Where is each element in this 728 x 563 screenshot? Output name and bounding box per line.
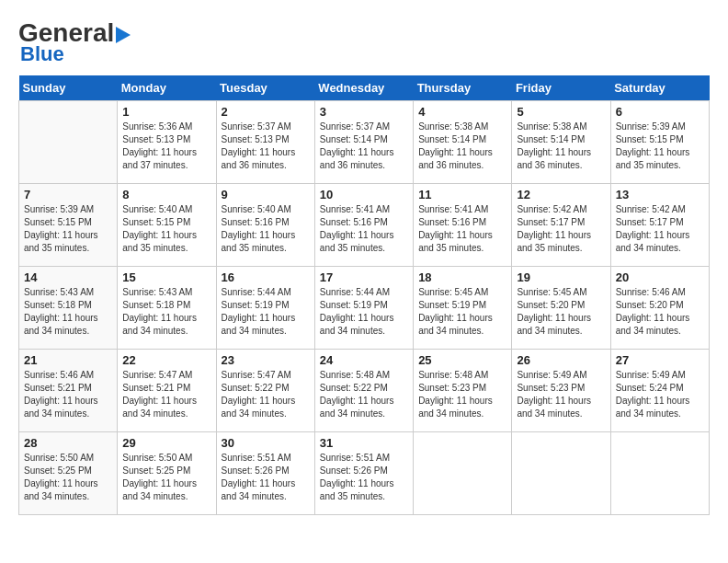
day-info: Sunrise: 5:48 AM Sunset: 5:22 PM Dayligh… <box>320 369 408 420</box>
calendar-cell <box>512 432 610 515</box>
calendar-cell <box>610 432 709 515</box>
calendar-cell: 25Sunrise: 5:48 AM Sunset: 5:23 PM Dayli… <box>414 350 512 432</box>
calendar-cell: 2Sunrise: 5:37 AM Sunset: 5:13 PM Daylig… <box>216 101 314 184</box>
day-number: 30 <box>222 436 310 450</box>
day-info: Sunrise: 5:51 AM Sunset: 5:26 PM Dayligh… <box>320 452 408 503</box>
calendar-cell: 30Sunrise: 5:51 AM Sunset: 5:26 PM Dayli… <box>216 432 314 515</box>
day-info: Sunrise: 5:41 AM Sunset: 5:16 PM Dayligh… <box>418 203 506 255</box>
day-info: Sunrise: 5:44 AM Sunset: 5:19 PM Dayligh… <box>222 286 310 338</box>
day-info: Sunrise: 5:43 AM Sunset: 5:18 PM Dayligh… <box>122 286 210 338</box>
weekday-header-cell: Wednesday <box>314 75 413 101</box>
day-info: Sunrise: 5:45 AM Sunset: 5:19 PM Dayligh… <box>418 286 506 338</box>
day-info: Sunrise: 5:50 AM Sunset: 5:25 PM Dayligh… <box>122 452 210 503</box>
calendar-cell: 27Sunrise: 5:49 AM Sunset: 5:24 PM Dayli… <box>610 350 709 432</box>
day-info: Sunrise: 5:51 AM Sunset: 5:26 PM Dayligh… <box>222 452 310 503</box>
day-info: Sunrise: 5:50 AM Sunset: 5:25 PM Dayligh… <box>24 452 112 503</box>
day-number: 22 <box>122 353 210 367</box>
calendar-week-row: 21Sunrise: 5:46 AM Sunset: 5:21 PM Dayli… <box>19 350 710 432</box>
day-info: Sunrise: 5:48 AM Sunset: 5:23 PM Dayligh… <box>418 369 506 420</box>
day-number: 8 <box>122 188 210 201</box>
day-info: Sunrise: 5:45 AM Sunset: 5:20 PM Dayligh… <box>517 286 605 338</box>
day-info: Sunrise: 5:47 AM Sunset: 5:22 PM Dayligh… <box>222 369 310 420</box>
day-info: Sunrise: 5:37 AM Sunset: 5:13 PM Dayligh… <box>222 121 310 172</box>
calendar-cell: 6Sunrise: 5:39 AM Sunset: 5:15 PM Daylig… <box>610 101 709 184</box>
day-number: 5 <box>517 105 605 119</box>
calendar-body: 1Sunrise: 5:36 AM Sunset: 5:13 PM Daylig… <box>19 101 710 515</box>
calendar-cell <box>19 101 118 184</box>
day-info: Sunrise: 5:36 AM Sunset: 5:13 PM Dayligh… <box>122 121 210 172</box>
calendar-cell: 5Sunrise: 5:38 AM Sunset: 5:14 PM Daylig… <box>512 101 610 184</box>
day-number: 29 <box>122 436 210 450</box>
calendar-cell: 17Sunrise: 5:44 AM Sunset: 5:19 PM Dayli… <box>314 267 413 350</box>
day-number: 11 <box>418 188 506 201</box>
day-info: Sunrise: 5:38 AM Sunset: 5:14 PM Dayligh… <box>418 121 506 172</box>
day-number: 2 <box>222 105 310 119</box>
day-info: Sunrise: 5:49 AM Sunset: 5:23 PM Dayligh… <box>517 369 605 420</box>
day-info: Sunrise: 5:46 AM Sunset: 5:21 PM Dayligh… <box>24 369 112 420</box>
weekday-header-cell: Thursday <box>414 75 512 101</box>
calendar-cell: 19Sunrise: 5:45 AM Sunset: 5:20 PM Dayli… <box>512 267 610 350</box>
weekday-header-cell: Friday <box>512 75 610 101</box>
day-number: 6 <box>616 105 704 119</box>
calendar-cell: 12Sunrise: 5:42 AM Sunset: 5:17 PM Dayli… <box>512 184 610 267</box>
calendar-cell: 20Sunrise: 5:46 AM Sunset: 5:20 PM Dayli… <box>610 267 709 350</box>
day-number: 31 <box>320 436 408 450</box>
calendar-cell: 23Sunrise: 5:47 AM Sunset: 5:22 PM Dayli… <box>216 350 314 432</box>
calendar-cell: 4Sunrise: 5:38 AM Sunset: 5:14 PM Daylig… <box>414 101 512 184</box>
calendar-week-row: 28Sunrise: 5:50 AM Sunset: 5:25 PM Dayli… <box>19 432 710 515</box>
day-number: 24 <box>320 353 408 367</box>
logo-blue-text: Blue <box>20 42 131 66</box>
day-info: Sunrise: 5:37 AM Sunset: 5:14 PM Dayligh… <box>320 121 408 172</box>
calendar-table: SundayMondayTuesdayWednesdayThursdayFrid… <box>18 75 710 515</box>
calendar-cell: 13Sunrise: 5:42 AM Sunset: 5:17 PM Dayli… <box>610 184 709 267</box>
day-number: 19 <box>517 270 605 284</box>
day-number: 10 <box>320 188 408 201</box>
day-number: 13 <box>616 188 704 201</box>
day-number: 1 <box>122 105 210 119</box>
calendar-cell: 22Sunrise: 5:47 AM Sunset: 5:21 PM Dayli… <box>118 350 216 432</box>
calendar-cell: 28Sunrise: 5:50 AM Sunset: 5:25 PM Dayli… <box>19 432 118 515</box>
calendar-cell: 11Sunrise: 5:41 AM Sunset: 5:16 PM Dayli… <box>414 184 512 267</box>
calendar-week-row: 14Sunrise: 5:43 AM Sunset: 5:18 PM Dayli… <box>19 267 710 350</box>
day-info: Sunrise: 5:40 AM Sunset: 5:15 PM Dayligh… <box>122 203 210 255</box>
calendar-week-row: 7Sunrise: 5:39 AM Sunset: 5:15 PM Daylig… <box>19 184 710 267</box>
day-info: Sunrise: 5:40 AM Sunset: 5:16 PM Dayligh… <box>222 203 310 255</box>
day-info: Sunrise: 5:49 AM Sunset: 5:24 PM Dayligh… <box>616 369 704 420</box>
day-info: Sunrise: 5:39 AM Sunset: 5:15 PM Dayligh… <box>616 121 704 172</box>
calendar-cell: 1Sunrise: 5:36 AM Sunset: 5:13 PM Daylig… <box>118 101 216 184</box>
day-number: 9 <box>222 188 310 201</box>
day-number: 17 <box>320 270 408 284</box>
calendar-cell: 3Sunrise: 5:37 AM Sunset: 5:14 PM Daylig… <box>314 101 413 184</box>
day-info: Sunrise: 5:44 AM Sunset: 5:19 PM Dayligh… <box>320 286 408 338</box>
weekday-header-row: SundayMondayTuesdayWednesdayThursdayFrid… <box>19 75 710 101</box>
day-number: 12 <box>517 188 605 201</box>
day-info: Sunrise: 5:38 AM Sunset: 5:14 PM Dayligh… <box>517 121 605 172</box>
logo: General Blue <box>18 18 131 66</box>
day-info: Sunrise: 5:46 AM Sunset: 5:20 PM Dayligh… <box>616 286 704 338</box>
header: General Blue <box>18 18 710 66</box>
day-info: Sunrise: 5:42 AM Sunset: 5:17 PM Dayligh… <box>517 203 605 255</box>
weekday-header-cell: Monday <box>118 75 216 101</box>
day-info: Sunrise: 5:47 AM Sunset: 5:21 PM Dayligh… <box>122 369 210 420</box>
day-info: Sunrise: 5:43 AM Sunset: 5:18 PM Dayligh… <box>24 286 112 338</box>
day-number: 20 <box>616 270 704 284</box>
calendar-cell: 9Sunrise: 5:40 AM Sunset: 5:16 PM Daylig… <box>216 184 314 267</box>
day-number: 28 <box>24 436 112 450</box>
day-number: 3 <box>320 105 408 119</box>
day-number: 25 <box>418 353 506 367</box>
weekday-header-cell: Sunday <box>19 75 118 101</box>
day-number: 26 <box>517 353 605 367</box>
day-number: 27 <box>616 353 704 367</box>
logo-arrow-icon <box>116 27 131 43</box>
calendar-cell: 21Sunrise: 5:46 AM Sunset: 5:21 PM Dayli… <box>19 350 118 432</box>
day-info: Sunrise: 5:41 AM Sunset: 5:16 PM Dayligh… <box>320 203 408 255</box>
calendar-cell: 15Sunrise: 5:43 AM Sunset: 5:18 PM Dayli… <box>118 267 216 350</box>
calendar-cell: 7Sunrise: 5:39 AM Sunset: 5:15 PM Daylig… <box>19 184 118 267</box>
calendar-cell: 8Sunrise: 5:40 AM Sunset: 5:15 PM Daylig… <box>118 184 216 267</box>
day-number: 15 <box>122 270 210 284</box>
day-number: 18 <box>418 270 506 284</box>
calendar-cell: 10Sunrise: 5:41 AM Sunset: 5:16 PM Dayli… <box>314 184 413 267</box>
calendar-cell: 29Sunrise: 5:50 AM Sunset: 5:25 PM Dayli… <box>118 432 216 515</box>
weekday-header-cell: Saturday <box>610 75 709 101</box>
calendar-week-row: 1Sunrise: 5:36 AM Sunset: 5:13 PM Daylig… <box>19 101 710 184</box>
